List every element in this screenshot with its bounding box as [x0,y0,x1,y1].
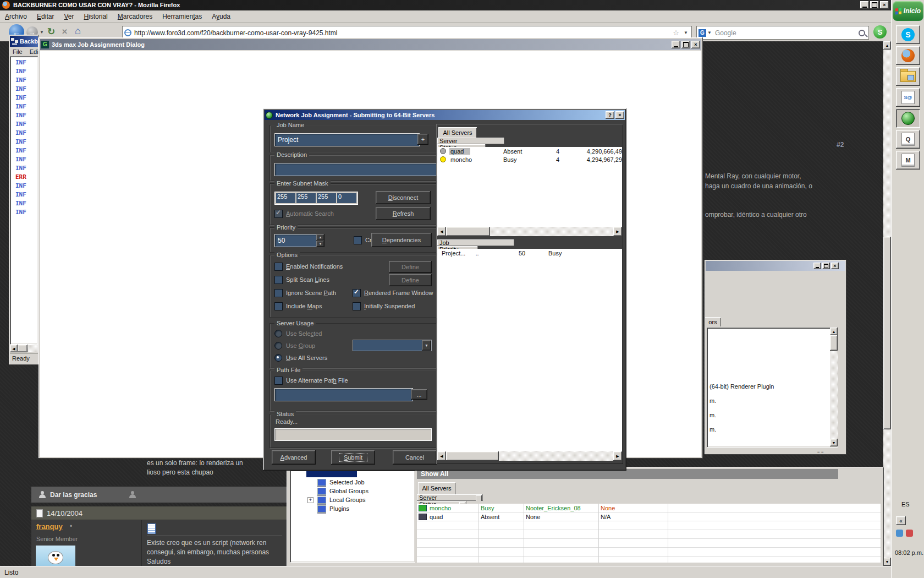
minimize-button[interactable] [860,1,869,9]
search-engine-dropdown-icon[interactable]: ▼ [707,30,712,35]
spin-down-icon[interactable]: ▼ [316,241,324,247]
cancel-button[interactable]: Cancel [393,450,437,465]
plugin-item[interactable]: m. [710,397,716,404]
plugin-list-scrollbar[interactable]: ▲ ▼ [830,328,838,446]
menu-item[interactable]: Editar [32,13,59,20]
log-entry[interactable]: INF [10,85,38,94]
sort-icon[interactable] [476,495,482,501]
close-button[interactable]: × [691,41,700,48]
job-row[interactable]: Project... .. 50 Busy [437,249,622,258]
log-entry[interactable]: INF [10,138,38,147]
tray-icon-blue[interactable] [896,530,903,537]
minimize-button[interactable] [813,263,821,269]
close-button[interactable]: × [880,1,889,9]
reload-icon[interactable]: ↻ [47,26,55,37]
tree-expander-icon[interactable]: + [307,497,314,503]
log-entry[interactable]: INF [10,209,38,217]
plugin-panel-titlebar[interactable]: × [706,261,845,271]
user-link[interactable]: franquy [36,522,63,531]
include-maps-checkbox[interactable] [274,302,283,310]
tree-item[interactable]: Plugins [317,504,349,513]
refresh-button[interactable]: Refresh [376,207,431,220]
scroll-left-button[interactable]: ◀ [437,451,446,461]
disconnect-button[interactable]: Disconnect [376,191,431,204]
start-button[interactable]: Inicio [893,1,923,21]
plugin-listbox[interactable]: (64-bit) Renderer Plugin m. m. m. ▲ ▼ [707,328,838,448]
tray-chevron-button[interactable]: « [896,516,906,525]
scroll-thumb[interactable] [883,237,891,429]
plugin-item[interactable]: m. [710,412,716,418]
scroll-down-button[interactable]: ▼ [830,439,838,446]
max-titlebar[interactable]: G 3ds max Job Assignment Dialog × [40,39,701,50]
log-entry[interactable]: INF [10,147,38,156]
close-button[interactable]: × [831,263,839,269]
log-entry[interactable]: INF [10,129,38,138]
taskbar-button-app-s[interactable]: S@ [896,88,920,107]
job-list-h-scrollbar[interactable]: ◀ ▶ [437,451,622,461]
scroll-right-button[interactable]: ▶ [613,227,622,236]
server-row-quad[interactable]: quad Absent 4 4,290,666,49 [437,147,622,155]
tray-icon-red[interactable] [906,530,913,537]
menu-item[interactable]: Marcadores [113,13,157,20]
use-alt-path-checkbox[interactable] [274,377,283,385]
server-list-h-scrollbar[interactable]: ◀ ▶ [437,227,622,236]
taskbar-button-app-q[interactable]: Q [896,130,920,149]
stop-icon[interactable]: ✕ [62,28,68,36]
initially-suspended-checkbox[interactable] [353,302,361,310]
language-indicator[interactable]: ES [901,501,910,508]
job-name-input[interactable]: Project [274,133,420,146]
log-entry[interactable]: INF [10,103,38,112]
maximize-button[interactable] [681,41,690,48]
skype-toolbar-icon[interactable]: S [873,25,887,39]
description-input[interactable] [274,163,437,176]
taskbar-button-folder[interactable] [896,67,920,86]
ignore-scene-path-checkbox[interactable] [274,289,283,297]
server-row-moncho[interactable]: moncho Busy Nooter_Ericksen_08 None [417,504,881,512]
search-box[interactable]: G ▼ Google [696,26,869,40]
tree-item[interactable]: + Local Groups [307,495,365,504]
url-text[interactable]: http://www.foro3d.com/f20/backburner-com… [134,29,338,37]
use-all-servers-radio[interactable] [274,354,282,362]
menu-item[interactable]: Historial [79,13,112,20]
column-header-server[interactable]: Server [417,494,483,501]
scroll-thumb[interactable] [830,335,838,351]
log-entry[interactable]: INF [10,156,38,165]
column-header-job[interactable]: Job [437,239,514,246]
scroll-up-button[interactable]: ▲ [830,328,838,335]
priority-spin-buttons[interactable]: ▲ ▼ [316,234,324,247]
enabled-notifications-checkbox[interactable] [274,263,283,271]
scroll-thumb[interactable] [18,345,28,352]
taskbar-button-skype[interactable]: S [896,25,920,44]
maximize-button[interactable] [870,1,879,9]
bookmark-star-icon[interactable]: ☆ [673,29,679,37]
back-history-dropdown-icon[interactable]: ▼ [40,30,44,35]
subnet-octet[interactable]: 0 [337,193,356,203]
groan-icon[interactable] [129,491,136,498]
log-entry[interactable]: INF [10,94,38,103]
add-job-name-button[interactable]: + [417,134,428,145]
dependencies-button[interactable]: Dependencies [371,233,432,247]
log-entry[interactable]: INF [10,182,38,191]
tree-item-selected-fragment[interactable] [306,471,357,477]
subnet-octet[interactable]: 255 [296,193,316,203]
search-magnifier-icon[interactable] [859,30,865,36]
taskbar-button-app-m[interactable]: M [896,151,920,170]
plugin-panel-tab[interactable]: ors [705,317,721,326]
page-scrollbar[interactable]: ▲ ▼ [883,41,891,566]
log-entry[interactable]: INF [10,191,38,200]
log-entry[interactable]: INF [10,68,38,77]
scroll-up-button[interactable]: ▲ [883,41,891,50]
log-entry[interactable]: INF [10,165,38,173]
help-button[interactable]: ? [606,111,614,119]
menu-item-edit[interactable]: Edit [30,48,39,55]
maximize-button[interactable] [822,263,830,269]
search-engine-icon[interactable]: G [698,29,706,37]
menu-item-file[interactable]: File [13,48,23,55]
scroll-thumb[interactable] [446,227,490,236]
scroll-left-button[interactable]: ◀ [437,227,446,236]
subnet-octet[interactable]: 255 [317,193,336,203]
log-list[interactable]: INFINFINFINFINFINFINFINFINFINFINFINFINFE… [10,56,38,345]
path-file-input[interactable] [274,388,413,401]
split-scan-lines-checkbox[interactable] [274,276,283,284]
tab-all-servers[interactable]: All Servers [438,127,477,138]
